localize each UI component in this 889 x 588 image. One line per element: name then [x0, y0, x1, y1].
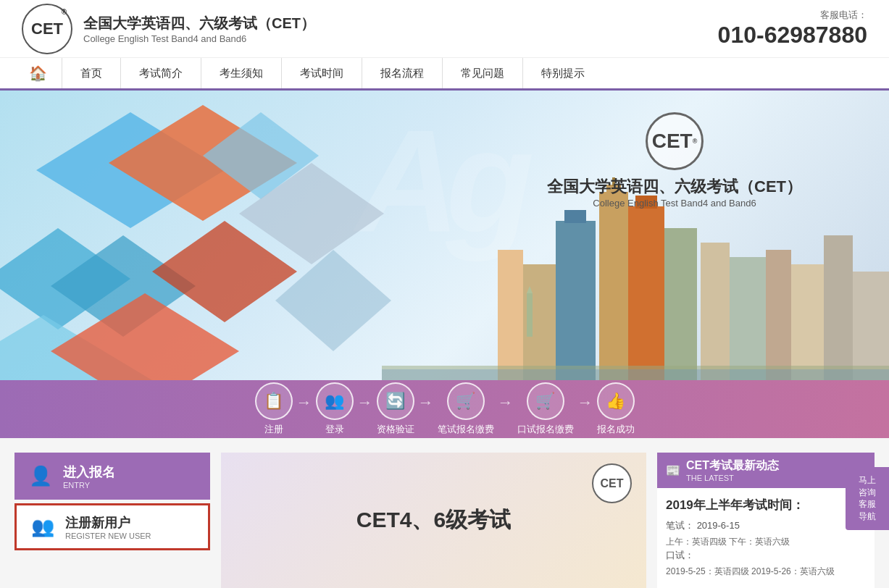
news-oral-label: 口试： — [666, 549, 866, 562]
step-success-label: 报名成功 — [597, 423, 635, 436]
nav-bar: 🏠 首页 考试简介 考生须知 考试时间 报名流程 常见问题 特别提示 — [0, 58, 889, 91]
svg-rect-20 — [701, 243, 730, 380]
step-verify-icon: 🔄 — [377, 382, 414, 420]
step-verify: 🔄 资格验证 — [377, 382, 414, 436]
banner-cet-logo: CET® — [646, 112, 704, 170]
header-title-block: 全国大学英语四、六级考试（CET） College English Test B… — [83, 14, 315, 44]
main-content: 👤 进入报名 ENTRY 👥 注册新用户 REGISTER NEW USER ↓… — [0, 438, 889, 588]
entry-cn: 进入报名 — [63, 463, 115, 481]
svg-rect-10 — [599, 192, 628, 380]
header: CET ® 全国大学英语四、六级考试（CET） College English … — [0, 0, 889, 58]
step-register: 📋 注册 — [255, 382, 293, 436]
entry-text: 进入报名 ENTRY — [63, 463, 115, 490]
step-written-fee-icon: 🛒 — [447, 382, 485, 420]
nav-item-intro[interactable]: 考试简介 — [120, 58, 201, 88]
steps-bar: 📋 注册 → 👥 登录 → 🔄 资格验证 → 🛒 笔试报名缴费 → 🛒 口试报名… — [0, 380, 889, 438]
step-verify-label: 资格验证 — [377, 423, 414, 436]
nav-item-process[interactable]: 报名流程 — [362, 58, 442, 88]
customer-service-button[interactable]: 马上咨询客服导航 — [846, 467, 889, 530]
step-arrow-2: → — [357, 393, 373, 425]
step-login: 👥 登录 — [316, 382, 354, 436]
phone-number: 010-62987880 — [718, 22, 867, 49]
svg-rect-25 — [853, 272, 889, 380]
middle-panel-text: CET4、6级考试 — [356, 505, 511, 535]
right-panel: 📰 CET考试最新动态 THE LATEST 2019年上半年考试时间： 笔试：… — [657, 453, 875, 588]
svg-rect-23 — [791, 264, 824, 380]
step-success: 👍 报名成功 — [597, 382, 635, 436]
step-success-icon: 👍 — [597, 382, 635, 420]
step-oral-fee: 🛒 口试报名缴费 — [517, 382, 574, 436]
step-written-fee: 🛒 笔试报名缴费 — [438, 382, 494, 436]
entry-button[interactable]: 👤 进入报名 ENTRY — [14, 453, 210, 500]
step-register-label: 注册 — [264, 423, 283, 436]
nav-item-notice[interactable]: 考生须知 — [201, 58, 281, 88]
news-oral-detail: 2019-5-25：英语四级 2019-5-26：英语六级 — [666, 564, 866, 579]
news-header-sub: THE LATEST — [686, 474, 779, 482]
svg-rect-29 — [382, 369, 889, 380]
cet-logo: CET ® — [22, 4, 72, 54]
register-en: REGISTER NEW USER — [65, 532, 151, 540]
svg-rect-21 — [730, 257, 766, 380]
register-text: 注册新用户 REGISTER NEW USER — [65, 514, 151, 540]
news-header-main: CET考试最新动态 — [686, 458, 779, 474]
nav-item-home[interactable]: 首页 — [62, 58, 120, 88]
svg-rect-14 — [564, 210, 586, 223]
step-arrow-5: → — [577, 393, 593, 425]
banner-logo-block: CET® 全国大学英语四、六级考试（CET） College English T… — [547, 112, 802, 209]
nav-item-time[interactable]: 考试时间 — [281, 58, 362, 88]
nav-item-faq[interactable]: 常见问题 — [442, 58, 522, 88]
banner-title-cn: 全国大学英语四、六级考试（CET） — [547, 176, 802, 198]
news-morning-detail: 上午：英语四级 下午：英语六级 — [666, 534, 866, 549]
nav-item-special[interactable]: 特别提示 — [522, 58, 603, 88]
banner-title-en: College English Test Band4 and Band6 — [547, 198, 802, 209]
entry-icon: 👤 — [29, 465, 52, 487]
svg-rect-27 — [527, 293, 533, 337]
step-register-icon: 📋 — [255, 382, 293, 420]
svg-rect-24 — [824, 235, 853, 380]
news-icon: 📰 — [666, 463, 680, 477]
banner: Ag — [0, 91, 889, 380]
svg-rect-15 — [628, 206, 664, 380]
svg-marker-9 — [275, 250, 391, 351]
svg-rect-22 — [766, 250, 791, 380]
step-login-icon: 👥 — [316, 382, 354, 420]
register-cn: 注册新用户 — [65, 514, 151, 532]
svg-rect-13 — [556, 221, 596, 380]
header-right: 客服电话： 010-62987880 — [718, 9, 867, 49]
middle-panel-logo: CET — [592, 463, 632, 503]
logo-text: CET — [31, 20, 63, 38]
news-header-text: CET考试最新动态 THE LATEST — [686, 458, 779, 482]
oral-label: 口试： — [666, 550, 694, 560]
fab-label: 马上咨询客服导航 — [859, 475, 876, 521]
news-content: 2019年上半年考试时间： 笔试： 2019-6-15 上午：英语四级 下午：英… — [657, 488, 875, 588]
step-written-fee-label: 笔试报名缴费 — [438, 423, 494, 436]
step-oral-fee-icon: 🛒 — [527, 382, 564, 420]
header-title-en: College English Test Band4 and Band6 — [83, 33, 315, 44]
news-exam-date: 笔试： 2019-6-15 — [666, 519, 866, 532]
svg-rect-18 — [498, 250, 523, 380]
exam-date-value: 2019-6-15 — [697, 520, 740, 531]
step-arrow-1: → — [296, 393, 312, 425]
header-left: CET ® 全国大学英语四、六级考试（CET） College English … — [22, 4, 315, 54]
step-arrow-3: → — [418, 393, 434, 425]
phone-label: 客服电话： — [718, 9, 867, 22]
register-icon: 👥 — [31, 516, 54, 538]
step-login-label: 登录 — [325, 423, 344, 436]
news-title: 2019年上半年考试时间： — [666, 497, 866, 513]
register-button[interactable]: 👥 注册新用户 REGISTER NEW USER ↓ — [14, 503, 210, 550]
logo-reg: ® — [62, 8, 67, 16]
header-title-cn: 全国大学英语四、六级考试（CET） — [83, 14, 315, 33]
middle-panel: CET CET4、6级考试 — [221, 453, 646, 588]
step-oral-fee-label: 口试报名缴费 — [517, 423, 574, 436]
exam-date-label: 笔试： — [666, 520, 694, 531]
news-header: 📰 CET考试最新动态 THE LATEST — [657, 453, 875, 488]
left-panel: 👤 进入报名 ENTRY 👥 注册新用户 REGISTER NEW USER ↓ — [14, 453, 210, 588]
svg-rect-17 — [664, 228, 697, 380]
step-arrow-4: → — [498, 393, 514, 425]
nav-home[interactable]: 🏠 — [14, 64, 62, 82]
banner-shapes — [0, 91, 398, 380]
entry-en: ENTRY — [63, 481, 115, 490]
